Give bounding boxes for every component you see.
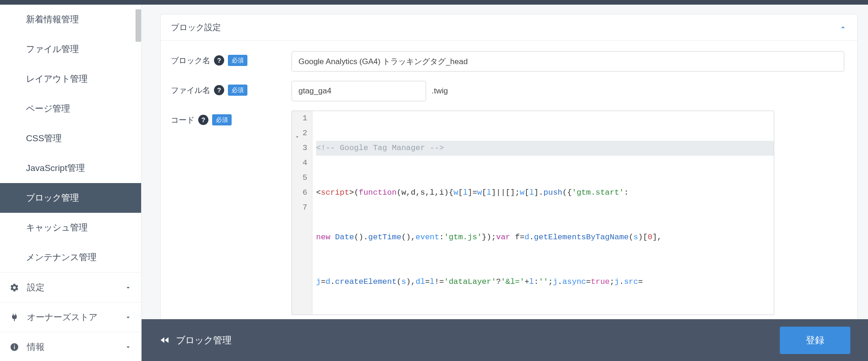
sidebar-item-label: JavaScript管理: [26, 162, 85, 174]
card-title: ブロック設定: [171, 22, 221, 33]
sidebar-item-news[interactable]: 新着情報管理: [0, 5, 141, 34]
svg-rect-1: [14, 346, 15, 349]
line-number: 7: [303, 203, 307, 212]
label-code: コード: [171, 115, 194, 125]
submit-button[interactable]: 登録: [780, 327, 850, 354]
sidebar-section-settings[interactable]: 設定: [0, 272, 141, 302]
card-header: ブロック設定: [161, 14, 857, 41]
sidebar-item-layout[interactable]: レイアウト管理: [0, 64, 141, 94]
chevron-down-icon: [124, 343, 132, 351]
sidebar-item-pages[interactable]: ページ管理: [0, 94, 141, 124]
sidebar-item-label: キャッシュ管理: [26, 222, 88, 234]
row-file-name: ファイル名 ? 必須 .twig: [171, 81, 844, 101]
code-editor[interactable]: 1 ▾2 3 4 5 6 7 <!-- Google Tag Manager -…: [291, 111, 774, 315]
chevron-down-icon: [124, 284, 132, 291]
sidebar: 新着情報管理 ファイル管理 レイアウト管理 ページ管理 CSS管理 JavaSc…: [0, 5, 142, 361]
required-badge: 必須: [212, 114, 232, 125]
plug-icon: [9, 313, 19, 322]
required-badge: 必須: [228, 85, 247, 96]
top-bar: [0, 0, 868, 5]
line-number: 3: [303, 144, 307, 152]
back-link[interactable]: ブロック管理: [159, 334, 232, 347]
info-icon: [9, 342, 19, 352]
code-line: <script>(function(w,d,s,l,i){w[l]=w[l]||…: [316, 185, 774, 200]
label-file-name: ファイル名: [171, 85, 210, 96]
sidebar-item-label: CSS管理: [26, 132, 62, 144]
sidebar-item-label: レイアウト管理: [26, 73, 88, 85]
editor-body[interactable]: <!-- Google Tag Manager --> <script>(fun…: [312, 111, 774, 315]
help-icon[interactable]: ?: [198, 115, 208, 125]
sidebar-item-maintenance[interactable]: メンテナンス管理: [0, 243, 141, 272]
line-number: 5: [303, 173, 307, 182]
label-block-name: ブロック名: [171, 55, 210, 66]
svg-rect-2: [14, 345, 15, 346]
chevron-down-icon: [124, 314, 132, 321]
row-code: コード ? 必須 1 ▾2 3 4 5 6: [171, 111, 844, 315]
sidebar-item-cache[interactable]: キャッシュ管理: [0, 213, 141, 243]
collapse-toggle[interactable]: [839, 23, 847, 32]
sidebar-item-label: メンテナンス管理: [26, 251, 97, 263]
gear-icon: [9, 283, 19, 292]
sidebar-item-label: ファイル管理: [26, 43, 79, 55]
line-number: 2: [303, 129, 307, 138]
sidebar-item-label: ページ管理: [26, 103, 70, 115]
required-badge: 必須: [228, 55, 247, 66]
rewind-icon: [159, 335, 170, 346]
code-line: j=d.createElement(s),dl=l!='dataLayer'?'…: [316, 275, 774, 289]
main-content: ブロック設定 ブロック名 ? 必須: [142, 5, 868, 361]
chevron-up-icon: [839, 23, 847, 32]
sidebar-section-label: 情報: [27, 341, 45, 353]
sidebar-section-ownerstore[interactable]: オーナーズストア: [0, 302, 141, 332]
sidebar-item-javascript[interactable]: JavaScript管理: [0, 153, 141, 183]
back-link-label: ブロック管理: [176, 334, 232, 347]
scrollbar-thumb[interactable]: [136, 9, 141, 42]
sidebar-section-info[interactable]: 情報: [0, 332, 141, 361]
sidebar-item-label: ブロック管理: [26, 192, 79, 204]
sidebar-item-css[interactable]: CSS管理: [0, 124, 141, 153]
editor-gutter: 1 ▾2 3 4 5 6 7: [292, 111, 312, 315]
code-line: new Date().getTime(),event:'gtm.js'});va…: [316, 230, 774, 245]
block-settings-card: ブロック設定 ブロック名 ? 必須: [160, 14, 858, 328]
sidebar-section-label: 設定: [27, 282, 45, 294]
help-icon[interactable]: ?: [214, 55, 224, 66]
submit-button-label: 登録: [806, 335, 824, 345]
footer-bar: ブロック管理 登録: [142, 319, 868, 361]
line-number: 1: [303, 114, 307, 123]
block-name-input[interactable]: [291, 51, 844, 72]
help-icon[interactable]: ?: [214, 85, 224, 95]
code-line: <!-- Google Tag Manager -->: [316, 141, 774, 156]
sidebar-item-files[interactable]: ファイル管理: [0, 34, 141, 64]
row-block-name: ブロック名 ? 必須: [171, 51, 844, 72]
line-number: 6: [303, 188, 307, 197]
sidebar-item-label: 新着情報管理: [26, 13, 79, 26]
file-name-input[interactable]: [291, 81, 426, 101]
file-suffix: .twig: [432, 86, 448, 96]
line-number: 4: [303, 158, 307, 167]
sidebar-section-label: オーナーズストア: [27, 311, 97, 323]
sidebar-item-blocks[interactable]: ブロック管理: [0, 183, 141, 213]
